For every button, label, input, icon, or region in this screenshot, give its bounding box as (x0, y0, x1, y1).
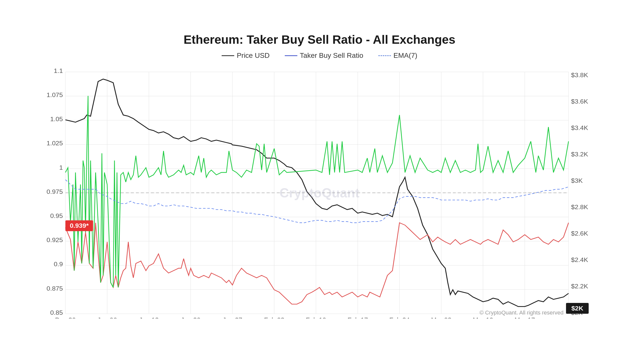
svg-text:$2.4K: $2.4K (571, 256, 588, 263)
ema7-line (65, 180, 569, 223)
svg-text:Jan 13: Jan 13 (139, 316, 159, 319)
svg-text:Feb 10: Feb 10 (306, 316, 326, 319)
svg-text:Mar 17: Mar 17 (515, 316, 535, 319)
svg-text:1.025: 1.025 (47, 140, 63, 147)
svg-text:Jan 20: Jan 20 (181, 316, 200, 319)
svg-text:Dec 30: Dec 30 (55, 316, 76, 319)
legend-price: Price USD (222, 52, 270, 60)
svg-text:0.875: 0.875 (47, 285, 63, 292)
svg-text:Mar 10: Mar 10 (473, 316, 493, 319)
svg-text:$2.6K: $2.6K (571, 230, 588, 237)
svg-text:Feb 17: Feb 17 (348, 316, 368, 319)
legend-ema: EMA(7) (378, 52, 417, 60)
svg-text:Feb 24: Feb 24 (389, 316, 410, 319)
svg-text:1.1: 1.1 (54, 67, 63, 74)
svg-text:$3K: $3K (571, 177, 583, 184)
svg-text:$3.4K: $3.4K (571, 124, 588, 131)
svg-text:0.85: 0.85 (50, 309, 63, 316)
legend-line-dashed (378, 55, 391, 56)
svg-text:0.939*: 0.939* (70, 222, 89, 229)
svg-text:0.95: 0.95 (50, 212, 63, 219)
copyright: © CryptoQuant. All rights reserved (479, 309, 564, 316)
svg-text:$3.8K: $3.8K (571, 72, 588, 78)
svg-text:$3.2K: $3.2K (571, 151, 588, 158)
svg-text:Feb 03: Feb 03 (264, 316, 285, 319)
main-chart-svg: 0.85 0.875 0.9 0.925 0.95 0.975 1 1.025 … (45, 67, 594, 319)
svg-text:0.9: 0.9 (54, 261, 63, 267)
legend-label-ema: EMA(7) (393, 52, 417, 60)
legend-line-black (222, 55, 234, 56)
chart-container: Ethereum: Taker Buy Sell Ratio - All Exc… (20, 18, 624, 344)
legend-line-blue (285, 55, 297, 56)
ratio-spike-line (65, 96, 569, 287)
svg-text:0.975: 0.975 (47, 188, 63, 195)
svg-text:$3.6K: $3.6K (571, 98, 588, 105)
svg-text:1.05: 1.05 (50, 116, 63, 122)
taker-ratio-line (65, 223, 569, 304)
svg-text:Jan 27: Jan 27 (223, 316, 242, 319)
svg-text:$2.8K: $2.8K (571, 203, 588, 210)
legend: Price USD Taker Buy Sell Ratio EMA(7) (45, 52, 594, 60)
chart-title: Ethereum: Taker Buy Sell Ratio - All Exc… (45, 33, 594, 47)
svg-text:$2K: $2K (571, 305, 583, 311)
svg-text:$2.2K: $2.2K (571, 283, 588, 290)
svg-text:0.925: 0.925 (47, 237, 63, 243)
svg-text:1.075: 1.075 (47, 92, 63, 98)
svg-text:Jan 06: Jan 06 (97, 316, 117, 319)
legend-label-taker: Taker Buy Sell Ratio (300, 52, 363, 60)
chart-area: CryptoQuant (45, 67, 594, 319)
legend-taker: Taker Buy Sell Ratio (285, 52, 363, 60)
svg-text:1: 1 (59, 164, 63, 171)
legend-label-price: Price USD (237, 52, 270, 60)
svg-text:Mar 03: Mar 03 (431, 316, 452, 319)
